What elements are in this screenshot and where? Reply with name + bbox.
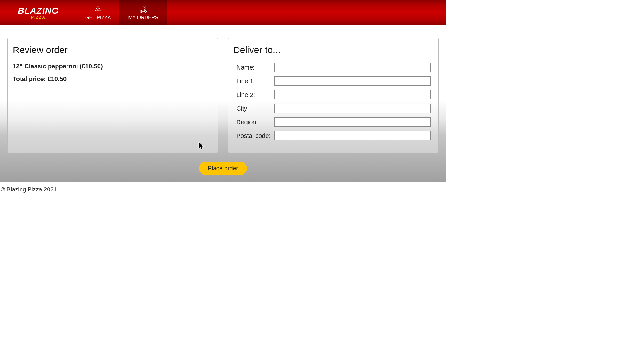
form-row-line1: Line 1: [233,76,433,86]
footer: © Blazing Pizza 2021 [0,182,446,197]
svg-point-4 [144,10,146,12]
city-input[interactable] [274,104,431,113]
form-row-name: Name: [233,63,433,72]
content-area: Review order 12" Classic pepperoni (£10.… [0,25,446,182]
name-label: Name: [233,64,274,71]
panels-row: Review order 12" Classic pepperoni (£10.… [7,38,439,153]
brand-line-left [16,17,28,17]
form-row-city: City: [233,104,433,113]
copyright-text: © Blazing Pizza 2021 [1,186,57,193]
review-order-panel: Review order 12" Classic pepperoni (£10.… [7,38,218,153]
place-order-button[interactable]: Place order [199,162,247,175]
svg-point-1 [99,8,100,9]
place-order-row: Place order [7,162,439,175]
svg-point-5 [144,6,145,7]
svg-point-0 [97,9,98,10]
city-label: City: [233,105,274,112]
brand-sub-text: PIZZA [31,15,46,20]
review-order-title: Review order [13,45,213,55]
line1-input[interactable] [274,76,431,86]
line2-label: Line 2: [233,91,274,98]
nav-my-orders[interactable]: MY ORDERS [119,0,167,25]
brand-logo[interactable]: BLAZING PIZZA [0,6,77,20]
pizza-slice-icon [94,5,102,14]
postal-input[interactable] [274,131,431,140]
brand-line-right [48,17,60,17]
order-line-item: 12" Classic pepperoni (£10.50) [13,63,213,70]
region-input[interactable] [274,117,431,127]
region-label: Region: [233,119,274,126]
scooter-icon [139,5,148,14]
main-nav: GET PIZZA MY ORDERS [77,0,167,25]
form-row-region: Region: [233,117,433,127]
nav-get-pizza-label: GET PIZZA [85,15,111,20]
brand-main-text: BLAZING [18,6,58,16]
nav-get-pizza[interactable]: GET PIZZA [77,0,119,25]
form-row-line2: Line 2: [233,90,433,99]
deliver-to-title: Deliver to... [233,45,433,55]
app-header: BLAZING PIZZA GET PIZZA [0,0,446,25]
name-input[interactable] [274,63,431,72]
svg-point-2 [98,10,99,11]
line1-label: Line 1: [233,78,274,85]
line2-input[interactable] [274,90,431,99]
deliver-to-panel: Deliver to... Name: Line 1: Line 2: [228,38,439,153]
postal-label: Postal code: [233,132,274,139]
brand-sub-row: PIZZA [16,15,60,20]
order-total: Total price: £10.50 [13,75,213,83]
form-row-postal: Postal code: [233,131,433,140]
nav-my-orders-label: MY ORDERS [128,15,158,20]
